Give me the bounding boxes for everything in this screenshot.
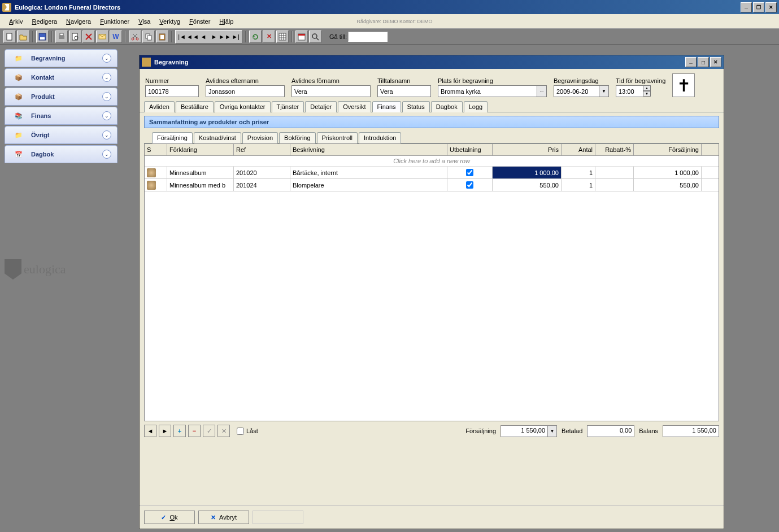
- chevron-down-icon: ⌄: [102, 54, 111, 63]
- open-icon[interactable]: [17, 30, 29, 43]
- nav-prev-page-icon[interactable]: ◄◄: [188, 32, 198, 42]
- cut-icon[interactable]: [129, 30, 141, 43]
- subtab-försäljning[interactable]: Försäljning: [152, 132, 193, 143]
- svg-rect-4: [60, 33, 63, 36]
- efternamn-input[interactable]: [206, 85, 285, 97]
- nummer-input[interactable]: [145, 85, 199, 97]
- nav-next-icon[interactable]: ►: [209, 32, 219, 42]
- sidebar-item-kontakt[interactable]: 📦Kontakt⌄: [5, 68, 117, 86]
- save-icon[interactable]: [36, 30, 49, 43]
- sum-dropdown-button[interactable]: ▼: [548, 425, 557, 437]
- goto-label: Gå till:: [329, 33, 347, 40]
- col-utbetalning[interactable]: Utbetalning: [447, 144, 493, 155]
- sidebar-item-produkt[interactable]: 📦Produkt⌄: [5, 88, 117, 106]
- mail-icon[interactable]: [96, 30, 108, 43]
- col-pris[interactable]: Pris: [493, 144, 562, 155]
- close-button[interactable]: [765, 2, 777, 12]
- plats-lookup-button[interactable]: ···: [537, 85, 547, 97]
- tab-övriga kontakter[interactable]: Övriga kontakter: [215, 101, 271, 112]
- col-förklaring[interactable]: Förklaring: [167, 144, 234, 155]
- sidebar-item-dagbok[interactable]: 📅Dagbok⌄: [5, 145, 117, 163]
- col-rabatt-%[interactable]: Rabatt-%: [595, 144, 634, 155]
- subtab-kostnad/vinst[interactable]: Kostnad/vinst: [194, 132, 241, 143]
- dag-dropdown-button[interactable]: ▼: [599, 85, 609, 97]
- calendar-icon[interactable]: [295, 30, 308, 43]
- grid-icon[interactable]: [276, 30, 289, 43]
- sidebar-item-övrigt[interactable]: 📁Övrigt⌄: [5, 126, 117, 144]
- nav-last-icon[interactable]: ►|: [230, 32, 241, 42]
- menu-fönster[interactable]: Fönster: [185, 16, 215, 27]
- delete-icon[interactable]: [82, 30, 95, 43]
- table-row[interactable]: Minnesalbum med b201024Blompelare550,001…: [145, 179, 719, 191]
- paste-icon[interactable]: [156, 30, 168, 43]
- utbetalning-checkbox[interactable]: [466, 181, 473, 189]
- tab-avliden[interactable]: Avliden: [144, 101, 175, 112]
- nav-next-page-icon[interactable]: ►►: [220, 32, 230, 42]
- col-beskrivning[interactable]: Beskrivning: [290, 144, 447, 155]
- menu-hjälp[interactable]: Hjälp: [215, 16, 238, 27]
- window-maximize-button[interactable]: [698, 57, 709, 67]
- col-försäljning[interactable]: Försäljning: [634, 144, 702, 155]
- goto-input[interactable]: [348, 32, 388, 42]
- plats-input[interactable]: [438, 85, 537, 97]
- grid-next-button[interactable]: ►: [159, 425, 171, 437]
- add-row-hint[interactable]: Click here to add a new row: [145, 156, 719, 167]
- new-icon[interactable]: [3, 30, 16, 43]
- utbetalning-checkbox[interactable]: [466, 169, 473, 176]
- print-icon[interactable]: [55, 30, 68, 43]
- tab-logg[interactable]: Logg: [464, 101, 488, 112]
- cancel-button[interactable]: ✕ Avbryt: [198, 511, 249, 524]
- search-icon[interactable]: [309, 30, 321, 43]
- tab-status[interactable]: Status: [402, 101, 430, 112]
- row-icon: [147, 168, 156, 177]
- restore-button[interactable]: [753, 2, 764, 12]
- tab-beställare[interactable]: Beställare: [176, 101, 214, 112]
- window-minimize-button[interactable]: [685, 57, 697, 67]
- nav-first-icon[interactable]: |◄: [177, 32, 187, 42]
- betalad-label: Betalad: [562, 428, 582, 434]
- menu-visa[interactable]: Visa: [134, 16, 155, 27]
- tab-tjänster[interactable]: Tjänster: [272, 101, 304, 112]
- cancel-icon[interactable]: ✕: [263, 30, 275, 43]
- tab-översikt[interactable]: Översikt: [338, 101, 371, 112]
- tab-dagbok[interactable]: Dagbok: [431, 101, 463, 112]
- refresh-icon[interactable]: [249, 30, 262, 43]
- tid-input[interactable]: [616, 85, 643, 97]
- subtab-introduktion[interactable]: Introduktion: [359, 132, 401, 143]
- col-ref[interactable]: Ref: [234, 144, 290, 155]
- subtab-priskontroll[interactable]: Priskontroll: [317, 132, 358, 143]
- dag-input[interactable]: [554, 85, 599, 97]
- preview-icon[interactable]: [69, 30, 81, 43]
- word-icon[interactable]: W: [110, 30, 122, 43]
- window-close-button[interactable]: [710, 57, 721, 67]
- table-row[interactable]: Minnesalbum201020Bårtäcke, internt1 000,…: [145, 167, 719, 179]
- sidebar-item-begravning[interactable]: 📁Begravning⌄: [5, 49, 117, 67]
- placeholder-button: [253, 511, 303, 524]
- grid-remove-button[interactable]: −: [188, 425, 201, 437]
- sidebar-item-finans[interactable]: 📚Finans⌄: [5, 107, 117, 125]
- menu-funktioner[interactable]: Funktioner: [95, 16, 134, 27]
- col-antal[interactable]: Antal: [562, 144, 595, 155]
- grid-commit-button[interactable]: ✓: [203, 425, 215, 437]
- ok-button[interactable]: ✓ Ok: [144, 511, 195, 524]
- tid-down-button[interactable]: ▼: [643, 91, 651, 97]
- subtab-provision[interactable]: Provision: [242, 132, 278, 143]
- menu-verktyg[interactable]: Verktyg: [155, 16, 185, 27]
- menu-redigera[interactable]: Redigera: [27, 16, 62, 27]
- subtab-bokföring[interactable]: Bokföring: [279, 132, 315, 143]
- locked-checkbox[interactable]: Låst: [237, 428, 258, 435]
- grid-prev-button[interactable]: ◄: [144, 425, 156, 437]
- menu-navigera[interactable]: Navigera: [62, 16, 95, 27]
- tab-detaljer[interactable]: Detaljer: [305, 101, 337, 112]
- nav-prev-icon[interactable]: ◄: [198, 32, 208, 42]
- grid-cancel-button[interactable]: ✕: [217, 425, 230, 437]
- minimize-button[interactable]: [741, 2, 752, 12]
- menu-arkiv[interactable]: Arkiv: [5, 16, 27, 27]
- tid-up-button[interactable]: ▲: [643, 85, 651, 91]
- col-s[interactable]: S: [145, 144, 167, 155]
- fornamn-input[interactable]: [291, 85, 371, 97]
- copy-icon[interactable]: [142, 30, 155, 43]
- tilltal-input[interactable]: [377, 85, 431, 97]
- tab-finans[interactable]: Finans: [372, 101, 401, 112]
- grid-add-button[interactable]: +: [173, 425, 186, 437]
